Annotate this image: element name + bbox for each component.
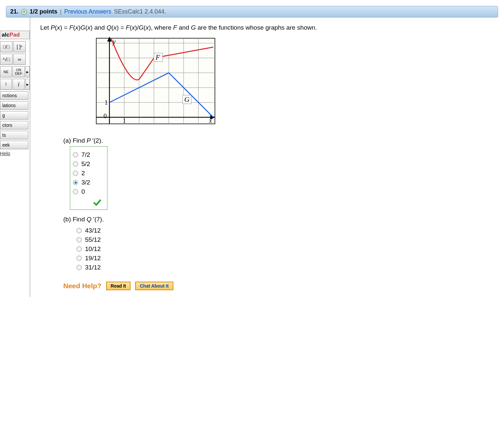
option-label: 55/12 (85, 236, 101, 243)
question-reference: SEssCalc1 2.4.044. (114, 8, 166, 15)
i-button[interactable]: i (13, 79, 24, 90)
prompt-p: P (51, 24, 55, 31)
x-axis-label: x (209, 117, 212, 124)
question-number: 21. (10, 8, 18, 15)
factorial-button[interactable]: ! (0, 79, 12, 90)
read-it-button[interactable]: Read It (106, 282, 131, 290)
option-label: 31/12 (85, 264, 101, 271)
prompt-eq2: ) = (117, 24, 126, 31)
calcpad-title-b: Pad (10, 32, 20, 38)
undef-bot: DEF (15, 71, 22, 75)
part-a-option-3[interactable]: 3/2 (73, 179, 103, 186)
question-prompt: Let P(x) = F(x)G(x) and Q(x) = F(x)/G(x)… (40, 24, 497, 31)
part-b-label: (b) Find Q '(7). (63, 216, 497, 223)
radio-icon[interactable] (73, 152, 78, 157)
part-a-prime: '(2). (92, 137, 103, 144)
part-a-option-0[interactable]: 7/2 (73, 151, 103, 158)
radio-icon[interactable] (76, 228, 82, 233)
prompt-g1: G (80, 24, 85, 31)
part-b-answer-box: 43/12 55/12 10/12 19/12 31/12 (76, 225, 114, 273)
curve-g-label: G (184, 95, 190, 103)
root-button[interactable]: ⁿ√□ (0, 54, 13, 65)
radio-icon[interactable] (76, 265, 82, 270)
prompt-x3: x (87, 24, 91, 31)
part-b-pre: (b) Find (63, 216, 87, 223)
option-label: 10/12 (85, 245, 101, 253)
sidebar-tab-ts[interactable]: ts (0, 131, 28, 139)
points-text: 1/2 points (30, 8, 57, 15)
part-a-answer-box: 7/2 5/2 2 3/2 0 (70, 146, 107, 210)
sidebar-tab-vectors[interactable]: ctors (0, 121, 28, 129)
chat-about-it-button[interactable]: Chat About It (135, 282, 173, 290)
radio-icon[interactable] (73, 189, 78, 194)
radio-icon[interactable] (76, 237, 82, 242)
sidebar-tab-relations[interactable]: lations (0, 101, 28, 110)
part-b-prime: '(7). (93, 216, 104, 223)
part-a-p: P (87, 137, 92, 144)
radio-icon[interactable] (76, 246, 82, 252)
radio-icon[interactable] (76, 256, 82, 261)
prompt-g3: G (191, 24, 196, 31)
part-a-option-1[interactable]: 5/2 (73, 160, 103, 168)
prompt-g2: G (139, 24, 144, 31)
part-a-label: (a) Find P '(2). (63, 137, 497, 144)
prompt-eq1: ) = (60, 24, 69, 31)
prompt-and: and (93, 24, 106, 31)
graph-figure: y x 0 1 1 F G (93, 37, 497, 130)
y-tick-1: 1 (104, 99, 108, 106)
prompt-tail: ), where (149, 24, 173, 31)
prompt-and2: and (177, 24, 191, 31)
option-label: 2 (81, 170, 85, 177)
part-b-option-3[interactable]: 19/12 (76, 255, 114, 262)
sidebar-help-link[interactable]: Help (0, 151, 30, 156)
part-b-option-0[interactable]: 43/12 (76, 227, 114, 234)
calcpad-sidebar: alcPad □⁄□ [ ]ᵃ ⁿ√□ ∞ NE UNDEF ▸ ! i ▸ n… (0, 17, 30, 297)
prompt-x6: x (146, 24, 149, 31)
ne-button[interactable]: NE (0, 66, 12, 77)
prompt-rest: are the functions whose graphs are shown… (196, 24, 317, 31)
separator: | (60, 8, 62, 15)
infinity-button[interactable]: ∞ (13, 54, 26, 65)
undef-button[interactable]: UNDEF (13, 66, 24, 77)
sidebar-tab-greek[interactable]: eek (0, 141, 28, 149)
part-b-option-2[interactable]: 10/12 (76, 245, 114, 253)
exponent-button[interactable]: [ ]ᵃ (13, 41, 26, 52)
x-tick-1: 1 (123, 117, 126, 124)
more-arrow-button-2[interactable]: ▸ (25, 79, 30, 90)
option-label: 0 (81, 188, 85, 195)
calcpad-title-a: alc (2, 32, 10, 38)
y-axis-label: y (112, 38, 116, 45)
calcpad-title: alcPad (0, 31, 30, 39)
part-a-pre: (a) Find (63, 137, 87, 144)
sidebar-tab-functions[interactable]: nctions (0, 91, 28, 100)
option-label: 43/12 (85, 227, 101, 234)
prompt-f2: F (126, 24, 130, 31)
prompt-pre: Let (40, 24, 51, 31)
more-arrow-button[interactable]: ▸ (25, 66, 30, 77)
graph-svg: y x 0 1 1 F G (93, 37, 218, 129)
prompt-x1: x (57, 24, 60, 31)
option-label: 19/12 (85, 255, 101, 262)
radio-icon[interactable] (73, 180, 78, 185)
part-b-q: Q (87, 216, 93, 223)
sidebar-tab-g[interactable]: g (0, 111, 28, 120)
part-a-option-4[interactable]: 0 (73, 188, 103, 195)
part-b-option-4[interactable]: 31/12 (76, 264, 114, 271)
need-help-label: Need Help? (63, 282, 102, 290)
prompt-x4: x (113, 24, 117, 31)
option-label: 5/2 (81, 160, 90, 168)
radio-icon[interactable] (73, 161, 78, 167)
fraction-button[interactable]: □⁄□ (0, 41, 13, 52)
part-a-option-2[interactable]: 2 (73, 170, 103, 177)
svg-rect-0 (96, 38, 215, 124)
expand-icon[interactable]: + (21, 9, 27, 15)
question-content: Let P(x) = F(x)G(x) and Q(x) = F(x)/G(x)… (30, 17, 504, 297)
origin-zero: 0 (104, 112, 107, 120)
question-header: 21. + 1/2 points | Previous Answers SEss… (6, 6, 498, 17)
radio-icon[interactable] (73, 171, 78, 176)
previous-answers-link[interactable]: Previous Answers (64, 8, 111, 15)
prompt-f1: F (69, 24, 73, 31)
prompt-div: )/ (135, 24, 139, 31)
need-help-row: Need Help? Read It Chat About It (63, 282, 497, 290)
part-b-option-1[interactable]: 55/12 (76, 236, 114, 243)
